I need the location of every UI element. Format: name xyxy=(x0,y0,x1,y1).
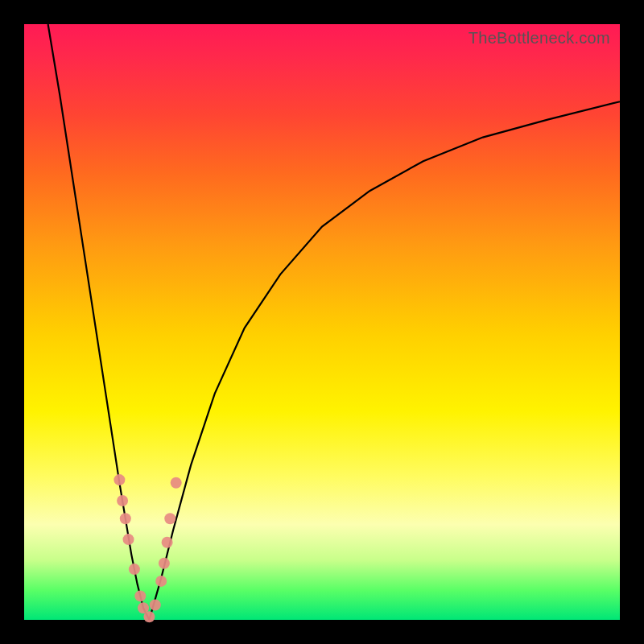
bead-marker xyxy=(120,513,131,524)
bead-marker xyxy=(129,564,140,575)
plot-area: TheBottleneck.com xyxy=(24,24,620,620)
bead-marker xyxy=(171,477,182,489)
bead-marker xyxy=(155,576,167,587)
bead-marker xyxy=(114,474,125,485)
chart-frame: TheBottleneck.com xyxy=(0,0,644,644)
beads-group xyxy=(114,474,181,622)
bead-marker xyxy=(159,558,170,569)
bead-marker xyxy=(134,590,146,601)
bead-marker xyxy=(162,537,173,548)
curve-left xyxy=(48,24,150,620)
curve-right xyxy=(149,101,620,620)
bead-marker xyxy=(164,513,175,524)
bead-marker xyxy=(150,600,161,611)
chart-svg xyxy=(24,24,620,620)
bead-marker xyxy=(117,495,128,506)
bead-marker xyxy=(123,534,134,545)
bead-marker xyxy=(143,611,155,622)
